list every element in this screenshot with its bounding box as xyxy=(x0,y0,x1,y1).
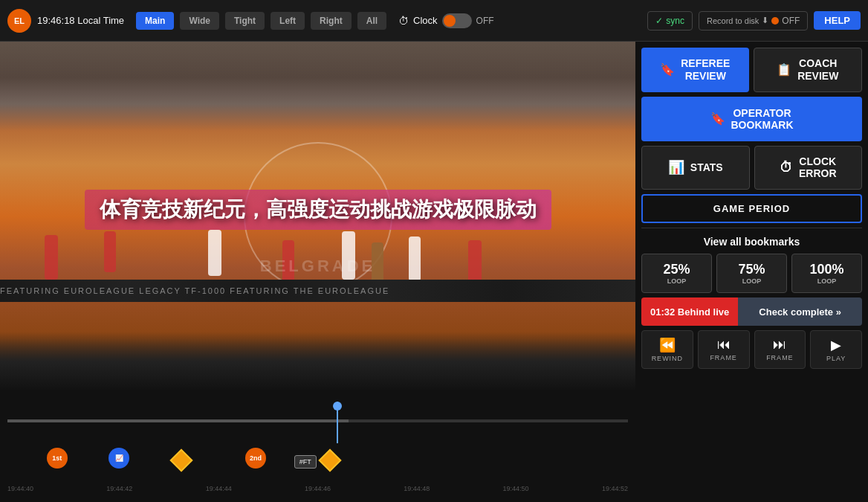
camera-wide-button[interactable]: Wide xyxy=(180,12,219,30)
frame-forward-button[interactable]: ⏭ FRAME xyxy=(754,330,806,369)
sync-label: sync xyxy=(666,16,684,26)
player-figure xyxy=(468,240,482,283)
camera-tight-button[interactable]: Tight xyxy=(225,12,265,30)
bookmark-stats[interactable]: 📈 xyxy=(108,448,129,469)
stats-icon: 📊 xyxy=(668,160,684,176)
local-time: 19:46:18 Local Time xyxy=(37,15,124,26)
banner-strip: FEATURING EUROLEAGUE LEGACY TF-1000 FEAT… xyxy=(0,280,635,302)
clock-error-button[interactable]: ⏱ CLOCK ERROR xyxy=(754,146,863,190)
time-label-3: 19:44:46 xyxy=(305,485,331,492)
behind-live-time: 01:32 Behind live xyxy=(641,297,738,326)
operator-bookmark-button[interactable]: 🔖 OPERATOR BOOKMARK xyxy=(641,97,862,141)
video-background: FEATURING EUROLEAGUE LEGACY TF-1000 FEAT… xyxy=(0,42,635,391)
timeline-playhead[interactable] xyxy=(337,402,338,443)
loop-100-button[interactable]: 100% LOOP xyxy=(791,254,862,293)
bookmark-circle-1st: 1st xyxy=(47,448,68,469)
bookmark-2nd[interactable]: 2nd xyxy=(245,448,266,469)
transport-buttons: ⏪ REWIND ⏮ FRAME ⏭ FRAME ▶ PLAY xyxy=(641,330,862,369)
rewind-button[interactable]: ⏪ REWIND xyxy=(641,330,693,369)
referee-review-label: REFEREE REVIEW xyxy=(681,57,730,83)
clock-error-icon: ⏱ xyxy=(780,160,793,176)
frame-back-icon: ⏮ xyxy=(717,337,731,353)
timeline-area[interactable]: 1st 📈 2nd #FT xyxy=(0,391,635,498)
timeline-bar[interactable] xyxy=(7,419,628,422)
bookmarks-title: View all bookmarks xyxy=(641,236,862,248)
frame-forward-label: FRAME xyxy=(766,354,794,361)
loop-75-label: LOOP xyxy=(720,277,783,285)
crowd-bottom xyxy=(0,332,635,391)
game-period-button[interactable]: GAME PERIOD xyxy=(641,194,862,223)
record-label: Record to disk xyxy=(707,16,759,25)
banner-text: FEATURING EUROLEAGUE LEGACY TF-1000 FEAT… xyxy=(0,286,389,295)
bookmark-circle-2nd: 2nd xyxy=(245,448,266,469)
play-icon: ▶ xyxy=(831,337,841,353)
loop-25-button[interactable]: 25% LOOP xyxy=(641,254,712,293)
stats-label: STATS xyxy=(690,161,723,174)
behind-live-bar: 01:32 Behind live Check complete » xyxy=(641,297,862,326)
bookmark-diamond-shape-2 xyxy=(319,448,342,472)
video-frame: FEATURING EUROLEAGUE LEGACY TF-1000 FEAT… xyxy=(0,42,635,391)
frame-back-button[interactable]: ⏮ FRAME xyxy=(698,330,750,369)
loop-75-button[interactable]: 75% LOOP xyxy=(716,254,787,293)
stats-button[interactable]: 📊 STATS xyxy=(641,146,750,190)
review-buttons-row: 🔖 REFEREE REVIEW 📋 COACH REVIEW xyxy=(641,48,862,92)
time-label-1: 19:44:42 xyxy=(106,485,132,492)
camera-main-button[interactable]: Main xyxy=(136,12,174,30)
bookmark-ft[interactable]: #FT xyxy=(294,455,317,469)
topbar: EL 19:46:18 Local Time Main Wide Tight L… xyxy=(0,0,868,42)
download-icon: ⬇ xyxy=(762,16,768,25)
frame-forward-icon: ⏭ xyxy=(773,337,786,353)
timeline-times: 19:44:40 19:44:42 19:44:44 19:44:46 19:4… xyxy=(0,485,635,492)
sync-button[interactable]: ✓ sync xyxy=(647,11,693,30)
operator-bookmark-label: OPERATOR BOOKMARK xyxy=(731,107,794,131)
clock-toggle: ⏱ Clock OFF xyxy=(398,13,494,28)
player-figure xyxy=(208,230,221,276)
time-label-0: 19:44:40 xyxy=(7,485,33,492)
loop-buttons-row: 25% LOOP 75% LOOP 100% LOOP xyxy=(641,254,862,293)
camera-left-button[interactable]: Left xyxy=(271,12,305,30)
clock-icon: ⏱ xyxy=(398,15,409,27)
bookmark-diamond-1[interactable] xyxy=(173,452,190,469)
checkmark-icon: ✓ xyxy=(655,16,663,26)
frame-back-label: FRAME xyxy=(710,354,737,361)
camera-right-button[interactable]: Right xyxy=(311,12,352,30)
bookmark-label-2nd: 2nd xyxy=(250,454,262,462)
record-button[interactable]: Record to disk ⬇ OFF xyxy=(699,11,808,30)
loop-100-value: 100% xyxy=(809,262,843,277)
timeline-progress xyxy=(7,419,349,422)
time-label-6: 19:44:52 xyxy=(602,485,628,492)
time-label-2: 19:44:44 xyxy=(206,485,232,492)
camera-all-button[interactable]: All xyxy=(357,12,386,30)
help-button[interactable]: HELP xyxy=(814,11,861,30)
bookmark-ft-tag: #FT xyxy=(294,455,317,469)
time-label-4: 19:44:48 xyxy=(404,485,430,492)
loop-100-label: LOOP xyxy=(795,277,858,285)
player-figure xyxy=(409,236,421,281)
play-label: PLAY xyxy=(826,355,846,362)
main-content: FEATURING EUROLEAGUE LEGACY TF-1000 FEAT… xyxy=(0,42,868,502)
coach-icon: 📋 xyxy=(777,62,791,77)
right-panel: 🔖 REFEREE REVIEW 📋 COACH REVIEW 🔖 OPERAT… xyxy=(635,42,868,502)
play-button[interactable]: ▶ PLAY xyxy=(810,330,862,369)
rewind-icon: ⏪ xyxy=(659,337,676,353)
clock-error-label: CLOCK ERROR xyxy=(799,155,837,181)
divider xyxy=(641,228,862,228)
euroleague-logo: EL xyxy=(7,9,31,33)
loop-75-value: 75% xyxy=(738,262,765,277)
coach-review-label: COACH REVIEW xyxy=(797,57,838,83)
record-state: OFF xyxy=(782,16,800,26)
referee-review-button[interactable]: 🔖 REFEREE REVIEW xyxy=(641,48,749,92)
bookmark-1st[interactable]: 1st xyxy=(47,448,68,469)
coach-review-button[interactable]: 📋 COACH REVIEW xyxy=(754,48,863,92)
crowd-top xyxy=(0,42,635,131)
player-figure xyxy=(45,235,58,280)
check-complete-button[interactable]: Check complete » xyxy=(738,297,862,326)
record-indicator xyxy=(771,17,779,25)
video-area: FEATURING EUROLEAGUE LEGACY TF-1000 FEAT… xyxy=(0,42,635,502)
player-figure xyxy=(104,231,116,272)
time-label-5: 19:44:50 xyxy=(503,485,529,492)
video-overlay-text: 体育竞技新纪元，高强度运动挑战游戏极限脉动 xyxy=(85,190,551,230)
bookmark-diamond-shape xyxy=(169,448,192,472)
bookmark-diamond-2[interactable] xyxy=(322,452,338,469)
clock-toggle-switch[interactable] xyxy=(442,13,472,28)
